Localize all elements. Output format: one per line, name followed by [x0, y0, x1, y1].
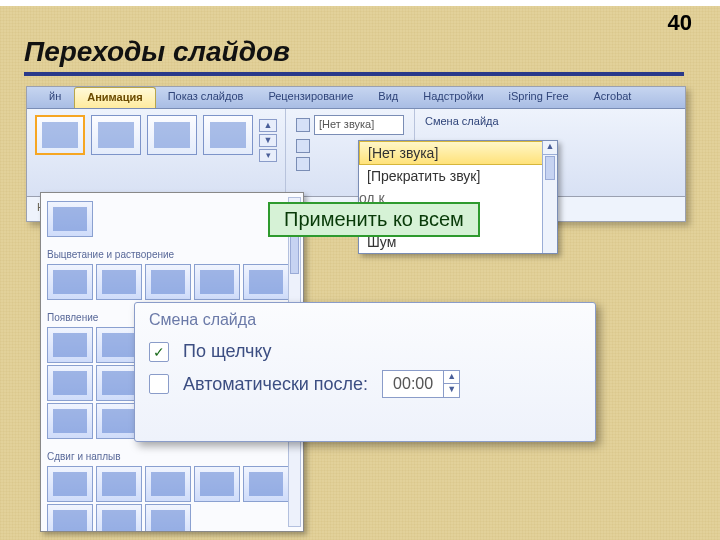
- gallery-up-icon[interactable]: ▲: [259, 119, 277, 132]
- checkbox-on-click[interactable]: ✓: [149, 342, 169, 362]
- transition-thumb[interactable]: [47, 466, 93, 502]
- ribbon-tabs: йн Анимация Показ слайдов Рецензирование…: [27, 87, 685, 109]
- transition-thumb[interactable]: [145, 504, 191, 532]
- speed-icon: [296, 139, 310, 153]
- transition-thumb[interactable]: [147, 115, 197, 155]
- callout-apply-to-all: Применить ко всем: [268, 202, 480, 237]
- transition-thumb[interactable]: [243, 466, 289, 502]
- tab-ispring[interactable]: iSpring Free: [497, 87, 582, 108]
- transition-thumb[interactable]: [47, 403, 93, 439]
- auto-after-time-value: 00:00: [383, 373, 443, 395]
- scroll-up-icon[interactable]: ▲: [543, 141, 557, 155]
- gallery-section-label: Выцветание и растворение: [47, 247, 297, 262]
- checkbox-auto-after[interactable]: [149, 374, 169, 394]
- transition-thumb[interactable]: [96, 466, 142, 502]
- tab-animation[interactable]: Анимация: [74, 87, 155, 108]
- sound-option[interactable]: [Нет звука]: [359, 141, 557, 165]
- auto-after-time-input[interactable]: 00:00 ▲ ▼: [382, 370, 460, 398]
- transition-gallery-strip: ▲ ▼ ▾: [27, 109, 286, 196]
- gallery-section-label: Сдвиг и наплыв: [47, 449, 297, 464]
- transition-thumb[interactable]: [194, 264, 240, 300]
- transition-thumb[interactable]: [47, 365, 93, 401]
- transition-thumb[interactable]: [91, 115, 141, 155]
- sound-popup-scrollbar[interactable]: ▲: [542, 141, 557, 253]
- transition-thumb[interactable]: [145, 264, 191, 300]
- transition-thumb[interactable]: [47, 264, 93, 300]
- tab-addins[interactable]: Надстройки: [411, 87, 496, 108]
- sound-option[interactable]: [Прекратить звук]: [359, 165, 557, 187]
- transition-thumb[interactable]: [47, 327, 93, 363]
- sound-dropdown[interactable]: [Нет звука]: [314, 115, 404, 135]
- transition-thumb-none[interactable]: [35, 115, 85, 155]
- page-title: Переходы слайдов: [24, 36, 684, 76]
- transition-thumb[interactable]: [203, 115, 253, 155]
- transition-thumb[interactable]: [194, 466, 240, 502]
- advance-slide-tooltip: Смена слайда ✓ По щелчку Автоматически п…: [134, 302, 596, 442]
- tab-review[interactable]: Рецензирование: [256, 87, 366, 108]
- gallery-expand-icon[interactable]: ▾: [259, 149, 277, 162]
- page-number: 40: [668, 10, 692, 36]
- gallery-down-icon[interactable]: ▼: [259, 134, 277, 147]
- spin-down-icon[interactable]: ▼: [443, 384, 459, 397]
- auto-after-label: Автоматически после:: [183, 374, 368, 395]
- tab-slideshow[interactable]: Показ слайдов: [156, 87, 257, 108]
- transition-thumb[interactable]: [96, 264, 142, 300]
- transition-thumb[interactable]: [145, 466, 191, 502]
- transition-thumb[interactable]: [96, 504, 142, 532]
- advance-label: Смена слайда: [425, 115, 500, 127]
- sound-icon: [296, 118, 310, 132]
- transition-thumb[interactable]: [47, 504, 93, 532]
- spin-up-icon[interactable]: ▲: [443, 371, 459, 384]
- tab-acrobat[interactable]: Acrobat: [582, 87, 645, 108]
- transition-thumb[interactable]: [243, 264, 289, 300]
- ribbon-body: ▲ ▼ ▾ [Нет звука] Смена слайда ле: 00:: [27, 109, 685, 197]
- tab-home-partial[interactable]: йн: [37, 87, 74, 108]
- apply-all-icon: [296, 157, 310, 171]
- tooltip-title: Смена слайда: [149, 311, 581, 329]
- on-click-label: По щелчку: [183, 341, 272, 362]
- tab-view[interactable]: Вид: [366, 87, 411, 108]
- transition-thumb[interactable]: [47, 201, 93, 237]
